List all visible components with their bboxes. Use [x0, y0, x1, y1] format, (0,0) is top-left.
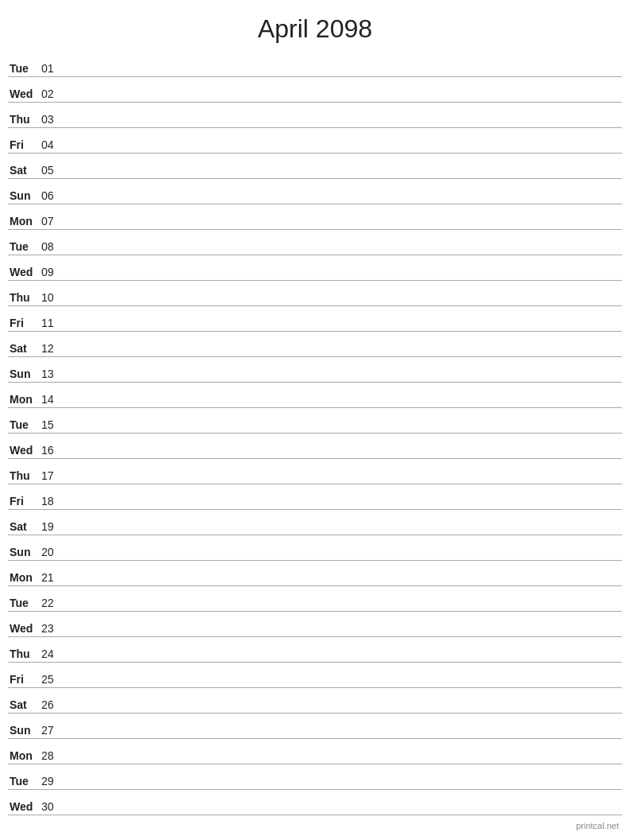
day-line: [64, 812, 622, 813]
day-line: [64, 481, 622, 482]
day-row: Sun13: [8, 357, 622, 383]
day-name: Wed: [8, 622, 41, 635]
day-number: 15: [41, 418, 64, 431]
day-name: Thu: [8, 469, 41, 482]
day-row: Mon21: [8, 561, 622, 586]
day-row: Sun27: [8, 714, 622, 739]
day-number: 24: [41, 648, 64, 660]
day-line: [64, 99, 622, 100]
day-number: 30: [41, 800, 64, 813]
day-name: Tue: [8, 775, 41, 788]
day-row: Mon14: [8, 383, 622, 408]
day-number: 25: [41, 673, 64, 686]
day-row: Wed30: [8, 790, 622, 815]
day-line: [64, 303, 622, 304]
day-number: 19: [41, 520, 64, 533]
day-name: Fri: [8, 317, 41, 329]
day-number: 17: [41, 469, 64, 482]
day-name: Tue: [8, 597, 41, 609]
day-line: [64, 201, 622, 202]
day-row: Fri18: [8, 484, 622, 510]
day-line: [64, 278, 622, 278]
day-name: Thu: [8, 113, 41, 126]
day-number: 04: [41, 138, 64, 151]
day-line: [64, 227, 622, 228]
day-number: 22: [41, 597, 64, 609]
day-name: Tue: [8, 240, 41, 253]
day-line: [64, 430, 622, 431]
day-name: Sat: [8, 520, 41, 533]
day-row: Sat26: [8, 688, 622, 714]
day-line: [64, 659, 622, 660]
day-name: Sun: [8, 368, 41, 380]
day-name: Thu: [8, 291, 41, 304]
day-line: [64, 787, 622, 788]
day-name: Sat: [8, 164, 41, 177]
day-line: [64, 456, 622, 457]
day-name: Sun: [8, 546, 41, 558]
day-line: [64, 736, 622, 737]
day-row: Thu17: [8, 459, 622, 484]
day-number: 10: [41, 291, 64, 304]
day-row: Sat19: [8, 510, 622, 535]
day-name: Mon: [8, 571, 41, 584]
day-name: Sun: [8, 724, 41, 737]
day-row: Wed23: [8, 612, 622, 637]
day-row: Thu03: [8, 103, 622, 128]
day-number: 23: [41, 622, 64, 635]
day-line: [64, 761, 622, 762]
day-row: Mon28: [8, 739, 622, 764]
day-number: 28: [41, 749, 64, 762]
day-line: [64, 329, 622, 329]
day-number: 03: [41, 113, 64, 126]
day-name: Fri: [8, 673, 41, 686]
day-line: [64, 252, 622, 253]
day-number: 02: [41, 88, 64, 100]
day-number: 01: [41, 62, 64, 75]
day-number: 12: [41, 342, 64, 355]
day-line: [64, 710, 622, 711]
day-line: [64, 354, 622, 355]
day-number: 18: [41, 495, 64, 508]
day-name: Mon: [8, 393, 41, 406]
day-name: Wed: [8, 800, 41, 813]
day-line: [64, 634, 622, 635]
day-row: Sat12: [8, 332, 622, 357]
day-row: Tue08: [8, 230, 622, 255]
day-row: Fri04: [8, 128, 622, 154]
day-number: 20: [41, 546, 64, 558]
day-line: [64, 150, 622, 151]
day-row: Tue01: [8, 52, 622, 77]
footer-text: printcal.net: [576, 821, 619, 830]
day-name: Tue: [8, 418, 41, 431]
day-row: Thu24: [8, 637, 622, 663]
day-number: 21: [41, 571, 64, 584]
day-number: 07: [41, 215, 64, 228]
day-number: 08: [41, 240, 64, 253]
day-row: Sat05: [8, 154, 622, 179]
day-name: Wed: [8, 88, 41, 100]
day-number: 13: [41, 368, 64, 380]
day-line: [64, 558, 622, 558]
day-line: [64, 532, 622, 533]
day-row: Wed02: [8, 77, 622, 103]
day-number: 06: [41, 189, 64, 202]
day-number: 11: [41, 317, 64, 329]
day-name: Mon: [8, 215, 41, 228]
day-number: 05: [41, 164, 64, 177]
calendar-grid: Tue01Wed02Thu03Fri04Sat05Sun06Mon07Tue08…: [0, 52, 630, 815]
day-row: Wed09: [8, 255, 622, 281]
day-number: 14: [41, 393, 64, 406]
day-name: Sat: [8, 342, 41, 355]
page-title: April 2098: [0, 0, 630, 52]
day-line: [64, 176, 622, 177]
day-row: Sun20: [8, 535, 622, 561]
day-line: [64, 125, 622, 126]
day-number: 27: [41, 724, 64, 737]
day-row: Fri25: [8, 663, 622, 688]
day-row: Sun06: [8, 179, 622, 204]
day-row: Tue29: [8, 764, 622, 790]
day-name: Tue: [8, 62, 41, 75]
day-number: 26: [41, 698, 64, 711]
day-line: [64, 685, 622, 686]
